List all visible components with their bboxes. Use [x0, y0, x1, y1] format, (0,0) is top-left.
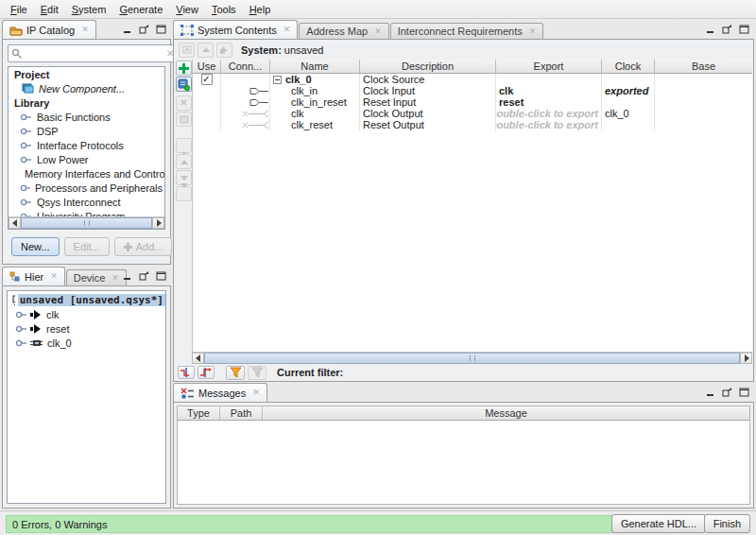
show-subsystem-button[interactable] [216, 43, 232, 58]
show-interfaces-button[interactable] [198, 366, 215, 379]
float-icon[interactable] [722, 25, 732, 34]
unconnected-output-icon[interactable] [241, 121, 269, 129]
menu-view[interactable]: View [169, 2, 205, 17]
tree-item-dsp[interactable]: DSP [9, 124, 164, 138]
filter-button[interactable] [226, 366, 245, 380]
column-header-path[interactable]: Path [220, 406, 263, 420]
scrollbar-thumb[interactable] [21, 217, 152, 229]
expander-icon[interactable] [20, 113, 32, 121]
move-up-hierarchy-button[interactable] [198, 43, 214, 58]
menu-tools[interactable]: Tools [205, 2, 243, 17]
expander-icon[interactable] [20, 198, 32, 206]
unconnected-output-icon[interactable] [241, 110, 269, 118]
add-button[interactable]: Add... [114, 237, 173, 256]
column-header-description[interactable]: Description [360, 60, 496, 73]
move-bottom-button[interactable] [176, 186, 192, 201]
expander-icon[interactable] [15, 339, 27, 347]
expander-icon[interactable] [20, 156, 32, 164]
generate-hdl-button[interactable]: Generate HDL... [611, 514, 706, 533]
table-row-clk-reset[interactable]: clk_reset Reset Output Double-click to e… [193, 119, 752, 130]
column-header-export[interactable]: Export [496, 60, 602, 73]
move-top-button[interactable] [176, 138, 192, 153]
ip-search-input[interactable] [26, 47, 163, 60]
column-header-base[interactable]: Base [655, 60, 752, 73]
tab-interconnect-requirements[interactable]: Interconnect Requirements ✕ [390, 23, 544, 39]
expander-icon[interactable] [20, 184, 30, 192]
tree-item-processors-peripherals[interactable]: Processors and Peripherals [9, 181, 164, 195]
column-header-message[interactable]: Message [263, 406, 749, 420]
tree-item-root-unsaved[interactable]: unsaved [unsaved.qsys*] [8, 293, 165, 307]
tree-item-qsys-interconnect[interactable]: Qsys Interconnect [9, 195, 164, 209]
float-icon[interactable] [139, 271, 149, 281]
use-checkbox[interactable]: ✓ [201, 74, 213, 85]
maximize-icon[interactable] [156, 25, 166, 34]
menu-file[interactable]: File [4, 2, 34, 17]
column-header-type[interactable]: Type [178, 406, 220, 420]
column-header-name[interactable]: Name [270, 60, 360, 73]
scroll-right-icon[interactable] [152, 217, 164, 229]
tree-item-project[interactable]: Project [9, 67, 164, 81]
table-horizontal-scrollbar[interactable] [192, 352, 752, 364]
tab-messages[interactable]: Messages ✕ [173, 383, 267, 402]
tab-hierarchy[interactable]: Hier ✕ [2, 267, 65, 285]
maximize-icon[interactable] [156, 271, 166, 281]
close-icon[interactable]: ✕ [50, 272, 58, 281]
float-icon[interactable] [139, 25, 149, 34]
menu-edit[interactable]: Edit [34, 2, 65, 17]
tree-item-basic-functions[interactable]: Basic Functions [9, 110, 164, 124]
scroll-left-icon[interactable] [192, 353, 204, 364]
table-row-clk-in-reset[interactable]: clk_in_reset Reset Input reset [193, 96, 752, 108]
expander-icon[interactable] [15, 311, 27, 319]
menu-system[interactable]: System [65, 2, 113, 17]
close-icon[interactable]: ✕ [112, 274, 119, 283]
export-hint[interactable]: Double-click to export [496, 108, 602, 119]
edit-button[interactable]: Edit... [64, 237, 110, 256]
minimize-icon[interactable] [705, 388, 715, 397]
ip-tree-horizontal-scrollbar[interactable] [9, 216, 164, 229]
maximize-icon[interactable] [739, 388, 749, 397]
ip-search-field[interactable]: ✕ [8, 44, 178, 62]
column-header-clock[interactable]: Clock [602, 60, 655, 73]
maximize-icon[interactable] [739, 25, 749, 34]
export-value[interactable]: reset [496, 96, 602, 108]
new-component-button[interactable] [176, 77, 192, 92]
expander-icon[interactable] [20, 128, 32, 135]
close-icon[interactable]: ✕ [284, 26, 291, 34]
new-button[interactable]: New... [11, 237, 60, 256]
remove-component-button[interactable]: ✕ [176, 95, 192, 111]
close-icon[interactable]: ✕ [252, 388, 260, 397]
finish-button[interactable]: Finish [704, 514, 750, 533]
tab-device[interactable]: Device ✕ [66, 269, 127, 285]
tab-address-map[interactable]: Address Map ✕ [299, 23, 388, 39]
tree-item-reset[interactable]: reset [8, 321, 165, 336]
table-row-clk[interactable]: clk Clock Output Double-click to export … [193, 108, 752, 119]
table-row-clk-in[interactable]: clk_in Clock Input clk exported [193, 85, 752, 96]
table-row-clk-0[interactable]: ✓ clk_0 Clock Source [193, 74, 752, 85]
tree-item-interface-protocols[interactable]: Interface Protocols [9, 138, 164, 152]
tree-item-clk-0[interactable]: clk_0 [8, 336, 165, 350]
tree-item-low-power[interactable]: Low Power [9, 152, 164, 166]
tree-item-memory-interfaces[interactable]: Memory Interfaces and Controllers [9, 166, 164, 181]
expander-icon[interactable] [20, 142, 32, 149]
clear-filter-button[interactable] [248, 366, 266, 380]
close-icon[interactable]: ✕ [374, 27, 382, 36]
show-signals-button[interactable] [178, 366, 195, 379]
tree-item-library[interactable]: Library [9, 95, 164, 110]
export-value[interactable]: clk [496, 85, 602, 96]
move-to-parent-button[interactable] [179, 43, 195, 58]
float-icon[interactable] [722, 388, 732, 397]
scroll-right-icon[interactable] [740, 353, 752, 364]
close-icon[interactable]: ✕ [529, 27, 537, 36]
close-icon[interactable]: ✕ [81, 26, 89, 34]
tab-system-contents[interactable]: System Contents ✕ [173, 20, 298, 39]
scroll-left-icon[interactable] [9, 217, 21, 229]
column-header-use[interactable]: Use [193, 60, 221, 73]
add-component-button[interactable] [176, 60, 192, 76]
scrollbar-thumb[interactable] [204, 353, 740, 364]
tree-item-clk[interactable]: clk [8, 307, 165, 321]
move-up-button[interactable] [176, 154, 192, 169]
tree-item-new-component[interactable]: New Component... [9, 81, 164, 95]
tab-ip-catalog[interactable]: IP Catalog ✕ [2, 20, 96, 39]
menu-help[interactable]: Help [243, 2, 278, 17]
export-hint[interactable]: Double-click to export [496, 119, 602, 130]
